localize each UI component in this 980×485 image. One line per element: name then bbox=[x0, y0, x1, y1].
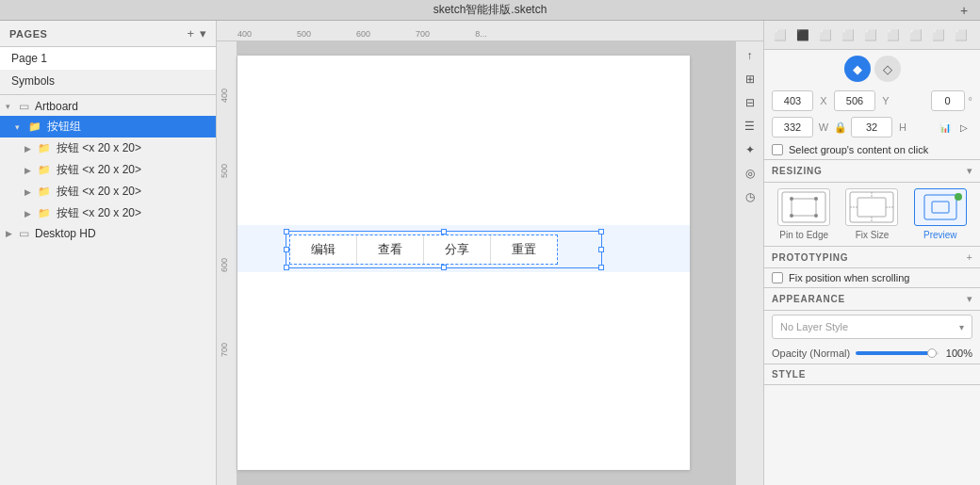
canvas-btn-share[interactable]: 分享 bbox=[424, 235, 491, 264]
layer-style-dropdown[interactable]: No Layer Style ▾ bbox=[772, 315, 972, 339]
appearance-title: APPEARANCE bbox=[772, 294, 845, 304]
canvas-right-icons: ↑ ⊞ ⊟ ☰ ✦ ◎ ◷ bbox=[735, 41, 763, 485]
resizing-cards: Pin to Edge Fix Size bbox=[764, 183, 980, 246]
svg-point-2 bbox=[790, 197, 793, 201]
align-left-btn[interactable]: ⬜ bbox=[770, 24, 791, 45]
layer-button-group[interactable]: ▾ 📁 按钮组 bbox=[0, 116, 216, 137]
resize-card-pin-to-edge[interactable]: Pin to Edge bbox=[777, 188, 830, 240]
svg-rect-0 bbox=[782, 192, 825, 222]
ruler-mark-700: 700 bbox=[416, 29, 430, 39]
align-right-btn[interactable]: ⬜ bbox=[815, 24, 836, 45]
prototyping-section-header: PROTOTYPING + bbox=[764, 246, 980, 268]
svg-rect-1 bbox=[792, 199, 816, 216]
align-bottom-btn[interactable]: ⬜ bbox=[906, 24, 926, 45]
resize-card-fix-size[interactable]: Fix Size bbox=[845, 188, 898, 240]
toggle-pages-button[interactable]: ▾ bbox=[200, 26, 206, 40]
fix-size-label: Fix Size bbox=[856, 230, 890, 240]
appearance-section-header: APPEARANCE ▾ bbox=[764, 287, 980, 311]
select-group-checkbox[interactable] bbox=[772, 144, 783, 155]
opacity-value: 100% bbox=[944, 348, 972, 359]
select-group-row: Select group's content on click bbox=[764, 140, 980, 159]
pin-to-edge-box bbox=[777, 188, 830, 226]
y-input[interactable] bbox=[834, 90, 875, 111]
h-label: H bbox=[896, 121, 909, 133]
prototyping-add-icon[interactable]: + bbox=[967, 251, 972, 263]
more-btn[interactable]: ⬜ bbox=[951, 24, 972, 45]
add-page-button[interactable]: + bbox=[187, 26, 194, 40]
btn4-icon: 📁 bbox=[38, 207, 51, 219]
height-input[interactable] bbox=[851, 117, 892, 137]
button-group-icon: 📁 bbox=[28, 121, 41, 133]
tab-border[interactable]: ◇ bbox=[874, 56, 901, 82]
tab-fill[interactable]: ◆ bbox=[844, 56, 871, 82]
opacity-slider[interactable] bbox=[856, 347, 939, 360]
svg-point-4 bbox=[790, 214, 793, 218]
align-mid-btn[interactable]: ⬜ bbox=[883, 24, 904, 45]
canvas-icon-grid[interactable]: ⊟ bbox=[740, 92, 760, 113]
ruler-mark-500: 500 bbox=[297, 29, 311, 39]
canvas-icon-align[interactable]: ☰ bbox=[740, 116, 760, 137]
layer-artboard[interactable]: ▾ ▭ Artboard bbox=[0, 97, 216, 116]
btn3-icon: 📁 bbox=[38, 186, 51, 198]
layer-btn1[interactable]: ▶ 📁 按钮 <x 20 x 20> bbox=[0, 137, 216, 159]
layer-btn2[interactable]: ▶ 📁 按钮 <x 20 x 20> bbox=[0, 159, 216, 181]
ruler-left: 400 500 600 700 bbox=[217, 41, 237, 485]
svg-rect-12 bbox=[924, 195, 956, 219]
pages-header: PAGES + ▾ bbox=[0, 21, 216, 47]
style-tabs: ◆ ◇ bbox=[764, 50, 980, 88]
resize-card-preview[interactable]: Preview bbox=[914, 188, 967, 240]
x-input[interactable] bbox=[772, 90, 813, 111]
canvas-icon-globe[interactable]: ◎ bbox=[740, 163, 760, 184]
align-center-btn[interactable]: ⬛ bbox=[792, 24, 813, 45]
canvas-icon-layers[interactable]: ⊞ bbox=[740, 69, 760, 89]
resizing-title: RESIZING bbox=[772, 166, 823, 176]
canvas-btn-view[interactable]: 查看 bbox=[357, 235, 424, 264]
layer-btn4[interactable]: ▶ 📁 按钮 <x 20 x 20> bbox=[0, 202, 216, 224]
ruler-mark-800: 8... bbox=[475, 29, 487, 39]
sidebar-divider bbox=[0, 94, 216, 95]
layer-style-text: No Layer Style bbox=[780, 321, 848, 332]
canvas-icon-star[interactable]: ✦ bbox=[740, 139, 760, 160]
opacity-row: Opacity (Normal) 100% bbox=[764, 343, 980, 364]
y-label: Y bbox=[879, 95, 892, 106]
export-btn[interactable]: ▷ bbox=[956, 119, 972, 136]
svg-rect-7 bbox=[858, 198, 886, 217]
page-item-page1[interactable]: Page 1 bbox=[0, 47, 216, 70]
layer-style-arrow-icon: ▾ bbox=[959, 322, 964, 332]
opacity-thumb bbox=[927, 348, 937, 358]
ruler-left-600: 600 bbox=[220, 258, 229, 272]
fix-size-visual bbox=[848, 190, 895, 224]
canvas-content: 编辑 查看 分享 重置 bbox=[237, 41, 763, 485]
artboard-icon: ▭ bbox=[19, 100, 29, 113]
resizing-collapse-icon[interactable]: ▾ bbox=[967, 165, 972, 177]
canvas-icon-clock[interactable]: ◷ bbox=[740, 186, 760, 207]
fix-position-checkbox[interactable] bbox=[772, 272, 783, 283]
size-row: W 🔒 H 📊 ▷ bbox=[764, 114, 980, 140]
pin-to-edge-label: Pin to Edge bbox=[779, 230, 828, 240]
w-label: W bbox=[817, 121, 830, 133]
main-layout: PAGES + ▾ Page 1 Symbols ▾ ▭ Ar bbox=[0, 21, 980, 485]
align-tools-left: ⬜ ⬛ ⬜ ⬜ ⬜ ⬜ ⬜ ⬜ ⬜ bbox=[770, 24, 972, 45]
ruler-top: 400 500 600 700 8... bbox=[217, 21, 763, 41]
distribute-h-btn[interactable]: ⬜ bbox=[838, 24, 858, 45]
distribute-v-btn[interactable]: ⬜ bbox=[928, 24, 949, 45]
angle-input[interactable] bbox=[931, 90, 965, 111]
page-item-symbols[interactable]: Symbols bbox=[0, 70, 216, 92]
svg-rect-13 bbox=[932, 202, 949, 213]
canvas-icon-arrow[interactable]: ↑ bbox=[740, 45, 760, 66]
width-input[interactable] bbox=[772, 117, 813, 137]
chart-btn[interactable]: 📊 bbox=[937, 119, 954, 136]
add-tab-button[interactable]: + bbox=[956, 2, 972, 19]
align-top-btn[interactable]: ⬜ bbox=[860, 24, 881, 45]
btn2-icon: 📁 bbox=[38, 164, 51, 176]
ruler-mark-400: 400 bbox=[237, 29, 252, 39]
canvas-btn-reset[interactable]: 重置 bbox=[491, 235, 557, 264]
lock-aspect-icon[interactable]: 🔒 bbox=[834, 121, 847, 134]
layer-btn3[interactable]: ▶ 📁 按钮 <x 20 x 20> bbox=[0, 181, 216, 202]
layer-desktop[interactable]: ▶ ▭ Desktop HD bbox=[0, 224, 216, 243]
right-panel-toolbar: ⬜ ⬛ ⬜ ⬜ ⬜ ⬜ ⬜ ⬜ ⬜ bbox=[764, 21, 980, 50]
appearance-collapse-icon[interactable]: ▾ bbox=[967, 293, 972, 305]
opacity-slider-track bbox=[856, 351, 939, 355]
select-group-label: Select group's content on click bbox=[789, 144, 928, 155]
canvas-btn-edit[interactable]: 编辑 bbox=[290, 235, 357, 264]
